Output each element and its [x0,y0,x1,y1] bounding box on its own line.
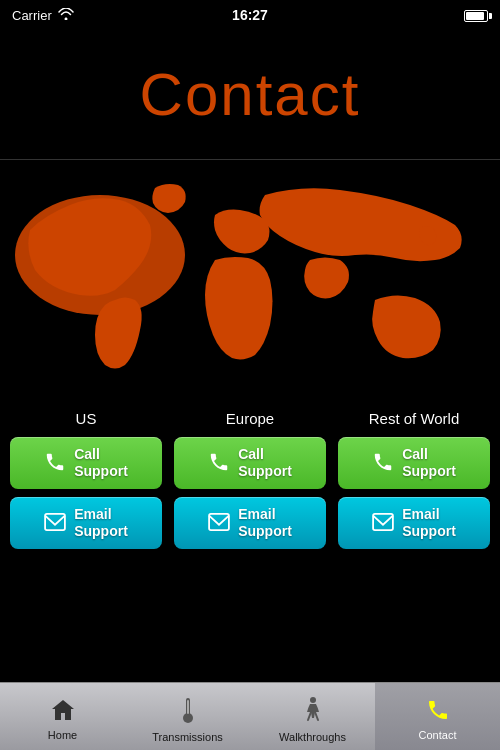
tab-home[interactable]: Home [0,683,125,750]
wifi-icon [58,8,74,23]
contact-phone-icon [426,698,450,726]
phone-icon-us [44,451,66,476]
email-support-us-button[interactable]: EmailSupport [10,497,162,549]
tab-walkthroughs[interactable]: Walkthroughs [250,683,375,750]
email-icon-europe [208,513,230,534]
region-row-label: Rest of World [338,410,490,433]
home-icon [50,698,76,726]
email-support-europe-button[interactable]: EmailSupport [174,497,326,549]
svg-rect-1 [45,513,65,529]
page-header: Contact [0,30,500,160]
carrier-label: Carrier [12,8,52,23]
call-support-us-label: CallSupport [74,446,128,480]
tab-transmissions[interactable]: Transmissions [125,683,250,750]
world-map-section [0,160,500,400]
call-support-row-button[interactable]: CallSupport [338,437,490,489]
tab-bar: Home Transmissions Walkthroughs [0,682,500,750]
phone-icon-europe [208,451,230,476]
email-support-row-label: EmailSupport [402,506,456,540]
page-title: Contact [140,60,361,129]
battery-indicator [464,8,488,23]
svg-point-5 [183,713,193,723]
tab-contact[interactable]: Contact [375,683,500,750]
status-bar-time: 16:27 [232,7,268,23]
region-labels-row: US Europe Rest of World [10,410,490,433]
call-support-europe-label: CallSupport [238,446,292,480]
tab-home-label: Home [48,729,77,741]
tab-contact-label: Contact [419,729,457,741]
call-buttons-row: CallSupport CallSupport [10,437,490,489]
email-support-us-label: EmailSupport [74,506,128,540]
svg-point-7 [310,697,316,703]
thermometer-icon [180,696,196,728]
email-support-row-button[interactable]: EmailSupport [338,497,490,549]
svg-rect-3 [373,513,393,529]
tab-transmissions-label: Transmissions [152,731,223,743]
email-support-europe-label: EmailSupport [238,506,292,540]
walker-icon [302,696,324,728]
region-europe-label: Europe [174,410,326,433]
status-bar: Carrier 16:27 [0,0,500,30]
region-us-label: US [10,410,162,433]
call-support-europe-button[interactable]: CallSupport [174,437,326,489]
svg-rect-6 [187,700,189,714]
phone-icon-row [372,451,394,476]
call-support-us-button[interactable]: CallSupport [10,437,162,489]
svg-rect-2 [209,513,229,529]
call-support-row-label: CallSupport [402,446,456,480]
tab-walkthroughs-label: Walkthroughs [279,731,346,743]
email-buttons-row: EmailSupport EmailSupport [10,497,490,549]
email-icon-row [372,513,394,534]
status-bar-left: Carrier [12,8,74,23]
email-icon-us [44,513,66,534]
world-map [0,160,500,400]
contact-buttons-section: US Europe Rest of World CallSupport [0,400,500,682]
main-content: Contact [0,30,500,682]
